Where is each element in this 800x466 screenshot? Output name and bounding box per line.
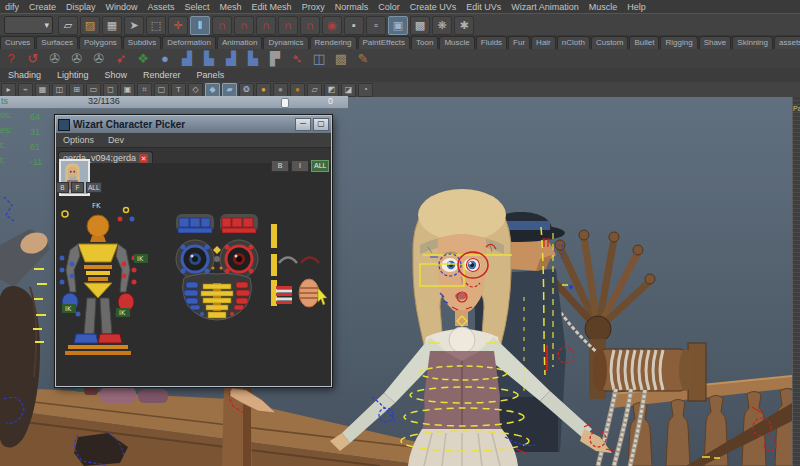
body-picker[interactable]: FK	[60, 202, 149, 355]
menu-assets[interactable]: Assets	[143, 1, 180, 13]
shelf-tab-rendering[interactable]: Rendering	[310, 36, 357, 49]
camera-aim-shelf-icon[interactable]: ✇	[66, 50, 88, 67]
bucket-shelf-icon-3[interactable]: ▟	[220, 50, 242, 67]
menu-mesh[interactable]: Mesh	[215, 1, 247, 13]
wireframe-icon[interactable]: ◇	[188, 83, 203, 97]
shelf-tab-surfaces[interactable]: Surfaces	[36, 36, 78, 49]
influence-filter-button[interactable]: I	[291, 160, 309, 172]
side-controls[interactable]	[271, 224, 327, 307]
snap-to-point-icon[interactable]: ∩	[256, 16, 276, 35]
f-small-button[interactable]: F	[71, 182, 84, 193]
picker-menu-dev[interactable]: Dev	[101, 135, 131, 145]
all-small-button[interactable]: ALL	[86, 182, 102, 193]
sack-shelf-icon[interactable]: ▩	[330, 50, 352, 67]
panel-shelf-icon[interactable]: ▛	[264, 50, 286, 67]
shelf-tab-muscle[interactable]: Muscle	[439, 36, 474, 49]
select-by-object-icon[interactable]: ⬚	[146, 16, 166, 35]
panel-menu-lighting[interactable]: Lighting	[49, 70, 97, 80]
help-shelf-icon[interactable]: ?	[0, 50, 22, 67]
menu-muscle[interactable]: Muscle	[584, 1, 623, 13]
panel-menu-show[interactable]: Show	[97, 70, 136, 80]
bucket-shelf-icon-1[interactable]: ▟	[176, 50, 198, 67]
resolution-gate-icon[interactable]: ◻	[103, 83, 118, 97]
cube-shelf-icon[interactable]: ◫	[308, 50, 330, 67]
make-live-icon[interactable]: ◉	[322, 16, 342, 35]
snap-to-plane-icon[interactable]: ∩	[278, 16, 298, 35]
right-panel-edge[interactable]: Pa	[792, 97, 800, 466]
picker-graphics[interactable]: FK	[56, 162, 333, 387]
film-gate-icon[interactable]: ▭	[86, 83, 101, 97]
shelf-tab-deformation[interactable]: Deformation	[162, 36, 216, 49]
bucket-shelf-icon-2[interactable]: ▙	[198, 50, 220, 67]
render-current-frame-icon[interactable]: ▩	[410, 16, 430, 35]
shelf-tab-shave[interactable]: Shave	[699, 36, 732, 49]
shelf-tab-subdivs[interactable]: Subdivs	[123, 36, 161, 49]
picker-titlebar[interactable]: Wizart Character Picker ─ ▢	[56, 116, 331, 133]
safe-action-icon[interactable]: ▢	[154, 83, 169, 97]
open-scene-icon[interactable]: ▨	[80, 16, 100, 35]
shelf-tab-ncloth[interactable]: nCloth	[557, 36, 590, 49]
selection-mask-dropdown[interactable]: ▾	[4, 16, 53, 34]
menu-normals[interactable]: Normals	[330, 1, 374, 13]
menu-display[interactable]: Display	[61, 1, 101, 13]
joints-xray-icon[interactable]: ◪	[341, 83, 356, 97]
camera-up-shelf-icon[interactable]: ✇	[88, 50, 110, 67]
construction-history-icon[interactable]: ▣	[388, 16, 408, 35]
output-connections-icon[interactable]: ▫	[366, 16, 386, 35]
ipr-render-icon[interactable]: ❋	[432, 16, 452, 35]
shelf-tab-hair[interactable]: Hair	[531, 36, 556, 49]
wizart-character-picker-window[interactable]: Wizart Character Picker ─ ▢ OptionsDev g…	[55, 115, 332, 387]
select-by-component-icon[interactable]: ✛	[168, 16, 188, 35]
cycle-shelf-icon[interactable]: ↺	[22, 50, 44, 67]
textured-mode-icon[interactable]: ▰	[222, 83, 237, 97]
gate-mask-icon[interactable]: ▣	[120, 83, 135, 97]
b-small-button[interactable]: B	[56, 182, 69, 193]
safe-title-icon[interactable]: T	[171, 83, 186, 97]
menu-help[interactable]: Help	[622, 1, 651, 13]
time-slider[interactable]: ts 32/1136 0	[0, 96, 348, 109]
shelf-tab-toon[interactable]: Toon	[411, 36, 438, 49]
field-chart-icon[interactable]: ⌗	[137, 83, 152, 97]
sphere-shelf-icon[interactable]: ●	[154, 50, 176, 67]
highlight-selection-icon[interactable]: ‖	[190, 16, 210, 35]
shelf-tab-polygons[interactable]: Polygons	[79, 36, 122, 49]
panel-menu-shading[interactable]: Shading	[0, 70, 49, 80]
shelf-tab-fluids[interactable]: Fluids	[476, 36, 507, 49]
multi-lights-icon[interactable]: ❂	[239, 83, 254, 97]
body-filter-button[interactable]: B	[271, 160, 289, 172]
minimize-button[interactable]: ─	[295, 118, 311, 131]
panel-menu-renderer[interactable]: Renderer	[135, 70, 189, 80]
snap-to-curve-icon[interactable]: ∩	[234, 16, 254, 35]
menu-edit-mesh[interactable]: Edit Mesh	[247, 1, 297, 13]
shelf-tab-animation[interactable]: Animation	[217, 36, 263, 49]
snap-to-view-plane-icon[interactable]: ∩	[300, 16, 320, 35]
shelf-tab-curves[interactable]: Curves	[0, 36, 35, 49]
menu-edit-uvs[interactable]: Edit UVs	[461, 1, 506, 13]
input-connections-icon[interactable]: ▪	[344, 16, 364, 35]
maximize-button[interactable]: ▢	[313, 118, 329, 131]
xray-icon[interactable]: ◩	[324, 83, 339, 97]
camera-select-icon[interactable]: ▸	[1, 83, 16, 97]
bucket-shelf-icon-4[interactable]: ▙	[242, 50, 264, 67]
exposure-icon[interactable]: ◔	[358, 83, 373, 97]
shelf-tab-rigging[interactable]: Rigging	[660, 36, 697, 49]
menu-create-uvs[interactable]: Create UVs	[405, 1, 462, 13]
shelf-tab-bullet[interactable]: Bullet	[629, 36, 659, 49]
render-settings-icon[interactable]: ✱	[454, 16, 474, 35]
menu-wizart-animation[interactable]: Wizart Animation	[506, 1, 584, 13]
brush-shelf-icon[interactable]: ✎	[352, 50, 374, 67]
select-by-hierarchy-icon[interactable]: ➤	[124, 16, 144, 35]
menu-dify[interactable]: dify	[0, 1, 24, 13]
isolate-select-icon[interactable]: ▱	[307, 83, 322, 97]
bookmark-icon[interactable]: ⌁	[18, 83, 33, 97]
pin-shelf-icon[interactable]: ➴	[286, 50, 308, 67]
menu-proxy[interactable]: Proxy	[297, 1, 330, 13]
menu-color[interactable]: Color	[373, 1, 405, 13]
current-time-marker[interactable]	[281, 98, 289, 108]
face-picker[interactable]	[176, 214, 258, 320]
new-scene-icon[interactable]: ▱	[58, 16, 78, 35]
ao-icon[interactable]: ●	[290, 83, 305, 97]
snap-to-grid-icon[interactable]: ∩	[212, 16, 232, 35]
shaded-mode-icon[interactable]: ◆	[205, 83, 220, 97]
shelf-tab-painteffects[interactable]: PaintEffects	[358, 36, 411, 49]
